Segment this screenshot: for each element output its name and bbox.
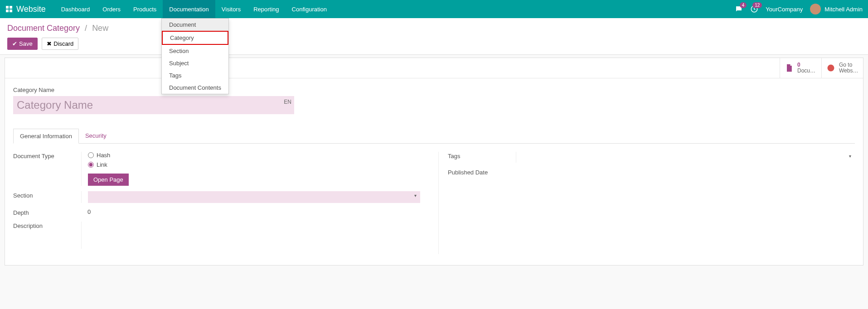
nav-orders[interactable]: Orders (96, 0, 127, 18)
dropdown-document[interactable]: Document (162, 19, 228, 31)
documentation-dropdown: Document Category Section Subject Tags D… (161, 18, 229, 94)
left-column: Document Type Hash Link Open Page (13, 152, 420, 254)
chat-icon[interactable]: 4 (735, 5, 743, 13)
tab-general[interactable]: General Information (13, 129, 79, 144)
goto-line1: Go to (839, 62, 858, 68)
radio-hash[interactable] (88, 152, 94, 158)
right-column: Tags Published Date (438, 152, 855, 254)
discard-label: Discard (53, 40, 73, 47)
dropdown-category[interactable]: Category (162, 31, 228, 45)
document-icon (785, 63, 794, 72)
radio-link[interactable] (88, 162, 94, 168)
depth-value: 0 (81, 208, 420, 215)
breadcrumb-parent[interactable]: Document Category (7, 24, 80, 33)
svg-rect-1 (10, 6, 12, 9)
tags-label: Tags (448, 152, 516, 159)
published-label: Published Date (448, 168, 516, 176)
nav-configuration[interactable]: Configuration (286, 0, 333, 18)
breadcrumb-current: New (92, 24, 108, 33)
dropdown-section[interactable]: Section (162, 45, 228, 57)
nav-reporting[interactable]: Reporting (247, 0, 285, 18)
nav-documentation[interactable]: Documentation (163, 0, 215, 18)
nav-visitors[interactable]: Visitors (215, 0, 247, 18)
dropdown-document-contents[interactable]: Document Contents (162, 82, 228, 94)
stat-docs-count: 0 (797, 62, 817, 68)
title-label: Category Name (13, 87, 855, 93)
nav-products[interactable]: Products (127, 0, 163, 18)
control-bar: Document Category / New ✔ Save ✖ Discard (0, 18, 868, 55)
save-button[interactable]: ✔ Save (7, 38, 38, 50)
radio-hash-row[interactable]: Hash (88, 152, 420, 159)
section-label: Section (13, 191, 81, 199)
brand-label[interactable]: Website (16, 5, 46, 14)
depth-label: Depth (13, 208, 81, 216)
breadcrumb-sep: / (85, 24, 87, 33)
description-field[interactable] (81, 222, 420, 249)
tags-input[interactable] (523, 152, 855, 163)
tab-security[interactable]: Security (79, 129, 113, 143)
svg-rect-2 (6, 10, 9, 12)
close-icon: ✖ (47, 40, 52, 47)
stat-buttons: 0 Docum... Go to Website (5, 58, 863, 78)
stat-goto-website[interactable]: Go to Website (821, 58, 863, 78)
open-page-button[interactable]: Open Page (88, 174, 129, 186)
radio-hash-label: Hash (97, 152, 110, 159)
globe-icon (826, 63, 835, 72)
discard-button[interactable]: ✖ Discard (42, 38, 78, 50)
svg-rect-3 (10, 10, 12, 12)
user-name: Mitchell Admin (824, 6, 863, 13)
check-icon: ✔ (12, 40, 17, 47)
breadcrumb: Document Category / New (7, 24, 861, 33)
section-select[interactable] (88, 191, 420, 203)
lang-tag[interactable]: EN (284, 99, 291, 105)
save-label: Save (19, 40, 33, 47)
company-label[interactable]: YourCompany (766, 6, 803, 13)
nav-dashboard[interactable]: Dashboard (55, 0, 97, 18)
form-sheet: 0 Docum... Go to Website Category Name E… (5, 58, 863, 266)
stat-docs-label: Docum... (797, 68, 817, 74)
nav-right: 4 12 YourCompany Mitchell Admin (735, 4, 863, 14)
tabs: General Information Security (13, 129, 855, 144)
radio-link-row[interactable]: Link (88, 161, 420, 168)
doc-type-label: Document Type (13, 152, 81, 159)
svg-point-5 (828, 65, 834, 72)
nav-items: Dashboard Orders Products Documentation … (55, 0, 333, 18)
top-navbar: Website Dashboard Orders Products Docume… (0, 0, 868, 18)
avatar (810, 4, 821, 14)
dropdown-tags[interactable]: Tags (162, 69, 228, 82)
svg-rect-0 (6, 6, 9, 9)
description-label: Description (13, 222, 81, 229)
apps-icon[interactable] (5, 5, 13, 13)
chat-badge: 4 (740, 2, 747, 8)
dropdown-subject[interactable]: Subject (162, 57, 228, 69)
radio-link-label: Link (97, 161, 107, 168)
user-menu[interactable]: Mitchell Admin (810, 4, 863, 14)
category-name-input[interactable] (13, 96, 294, 114)
activity-icon[interactable]: 12 (750, 5, 758, 13)
stat-documents[interactable]: 0 Docum... (780, 58, 821, 78)
activity-badge: 12 (752, 2, 762, 8)
goto-line2: Website (839, 68, 858, 74)
